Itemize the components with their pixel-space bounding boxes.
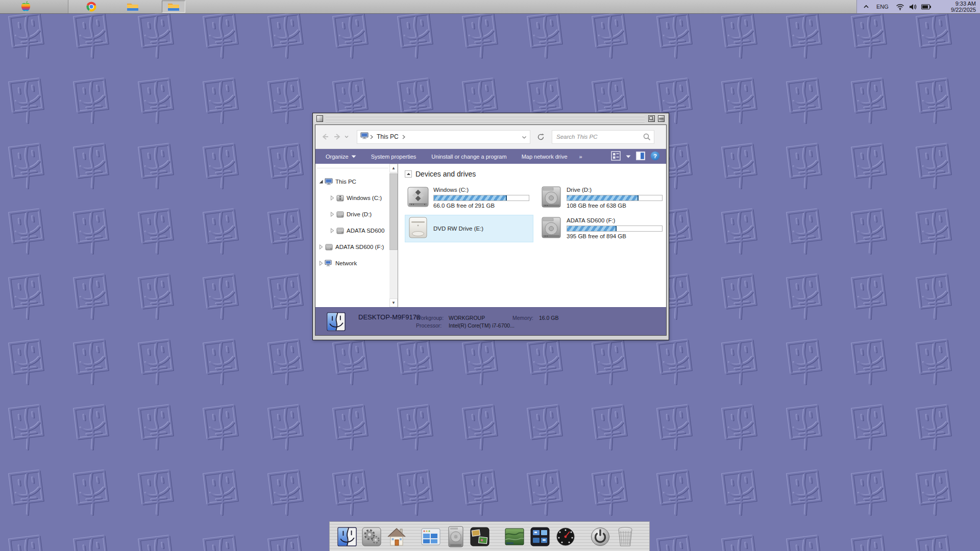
language-indicator[interactable]: ENG [876,4,889,10]
toolbar-item-system-properties[interactable]: System properties [371,154,416,160]
scrollbar-up-arrow[interactable]: ▲ [389,164,398,172]
refresh-button[interactable] [534,131,547,143]
disk-icon [336,228,344,234]
dock-item-photos-icon[interactable] [470,525,490,548]
wallpaper-finder-logo [201,74,244,130]
dock-item-power-icon[interactable] [590,525,610,548]
dock-item-home-icon[interactable] [386,525,407,548]
group-collapse-button[interactable] [405,170,412,178]
drive-item-adata-sd600-f[interactable]: ADATA SD600 (F:)395 GB free of 894 GB [538,215,666,242]
dock-item-system-gears-icon[interactable] [361,525,382,548]
forward-button[interactable] [331,131,344,143]
wallpaper-finder-logo [590,9,633,64]
navigation-bar: This PC [315,125,666,149]
toolbar-item-uninstall-or-change-a-program[interactable]: Uninstall or change a program [431,154,506,160]
wallpaper-finder-logo [784,205,828,260]
toolbar-right-icons: ? [611,151,660,162]
sidebar-item-drive-d[interactable]: Drive (D:) [315,206,389,222]
pc-icon [325,178,333,185]
dock [329,521,650,551]
dock-item-hard-drive-icon[interactable] [446,525,466,548]
wallpaper-finder-logo [914,140,958,195]
taskbar: ENG 9:33 AM 9/22/2025 [0,0,980,14]
wallpaper-finder-logo [71,532,115,551]
breadcrumb-arrow-icon[interactable] [402,132,405,141]
twisty-collapsed-icon[interactable] [329,212,336,217]
twisty-collapsed-icon[interactable] [329,195,336,201]
sidebar-item-adata-sd600[interactable]: ADATA SD600 [315,222,389,239]
drive-name: DVD RW Drive (E:) [433,225,483,233]
window-content: This PC OrganizeSystem propertiesUninsta… [315,124,667,336]
sidebar-item-this-pc[interactable]: This PC [315,173,389,190]
wallpaper-finder-logo [201,532,244,551]
sidebar-item-label: Network [335,260,357,266]
wallpaper-finder-logo [395,401,439,456]
workgroup-label: Workgroup: [416,315,444,321]
sidebar-scrollbar[interactable]: ▲ ▼ [389,164,398,307]
wallpaper-finder-logo [265,336,309,391]
dock-item-gauge-icon[interactable] [555,525,576,548]
back-button[interactable] [319,131,331,143]
toolbar-item-organize[interactable]: Organize [326,154,356,160]
address-bar[interactable]: This PC [357,130,530,144]
twisty-collapsed-icon[interactable] [317,244,325,249]
wallpaper-finder-logo [719,140,763,195]
scrollbar-down-arrow[interactable]: ▼ [389,298,398,307]
twisty-collapsed-icon[interactable] [317,261,325,266]
taskbar-button-folder[interactable] [162,1,185,13]
wallpaper-finder-logo [654,9,698,64]
dock-item-terrain-icon[interactable] [504,525,525,548]
dock-item-finder-icon[interactable] [337,525,357,548]
window-titlebar[interactable] [313,114,668,124]
wallpaper-finder-logo [525,9,569,64]
scrollbar-thumb[interactable] [389,173,398,250]
drive-item-windows-c[interactable]: Windows (C:)66.0 GB free of 291 GB [405,184,533,212]
wallpaper-finder-logo [784,270,828,325]
window-collapse-button[interactable] [658,115,665,122]
taskbar-button-folder[interactable] [121,1,144,13]
dock-item-app-window-icon[interactable] [421,525,441,548]
sidebar-item-network[interactable]: Network [315,255,389,271]
address-dropdown-icon[interactable] [522,132,527,141]
preview-pane-button[interactable] [636,152,645,161]
taskbar-button-chrome[interactable] [80,1,103,13]
explorer-body: This PC Windows (C:) Drive (D:) ADATA SD… [315,164,666,307]
wallpaper-finder-logo [136,74,180,130]
twisty-collapsed-icon[interactable] [329,228,336,233]
capacity-bar-fill [567,195,639,201]
twisty-expanded-icon[interactable] [317,179,325,184]
clock-date: 9/22/2025 [951,7,976,13]
disk-icon [325,244,333,251]
tray-chevron-up-icon[interactable] [863,5,869,9]
wallpaper-finder-logo [201,9,244,64]
wifi-icon[interactable] [896,4,904,10]
view-dropdown-arrow-icon[interactable] [626,154,631,160]
wallpaper-finder-logo [460,336,504,391]
drive-item-dvd-rw-drive-e[interactable]: DVD RW Drive (E:) [405,215,533,242]
window-zoom-button[interactable] [648,115,655,122]
wallpaper-finder-logo [265,140,309,195]
search-input[interactable] [552,130,654,144]
toolbar-item-[interactable]: » [579,154,582,160]
breadcrumb-arrow-icon[interactable] [370,132,373,141]
change-view-button[interactable] [611,151,621,162]
wallpaper-finder-logo [784,140,828,195]
dock-item-trash-icon[interactable] [615,525,635,548]
wallpaper-finder-logo [201,140,244,195]
volume-icon[interactable] [909,4,917,10]
battery-icon[interactable] [921,4,931,10]
wallpaper-finder-logo [71,270,115,325]
drive-item-drive-d[interactable]: Drive (D:)108 GB free of 638 GB [538,184,666,212]
clock[interactable]: 9:33 AM 9/22/2025 [951,1,976,13]
sidebar-item-windows-c[interactable]: Windows (C:) [315,190,389,206]
sidebar-item-adata-sd600-f[interactable]: ADATA SD600 (F:) [315,239,389,255]
recent-pages-dropdown[interactable] [344,131,350,143]
help-button[interactable]: ? [650,151,660,162]
toolbar-item-map-network-drive[interactable]: Map network drive [522,154,568,160]
drive-grid: Windows (C:)66.0 GB free of 291 GB Drive… [405,184,666,242]
breadcrumb[interactable]: This PC [377,133,399,140]
dock-item-app-grid-icon[interactable] [530,525,550,548]
window-close-button[interactable] [316,115,323,122]
wallpaper-finder-logo [136,532,180,551]
start-button[interactable] [0,0,68,13]
